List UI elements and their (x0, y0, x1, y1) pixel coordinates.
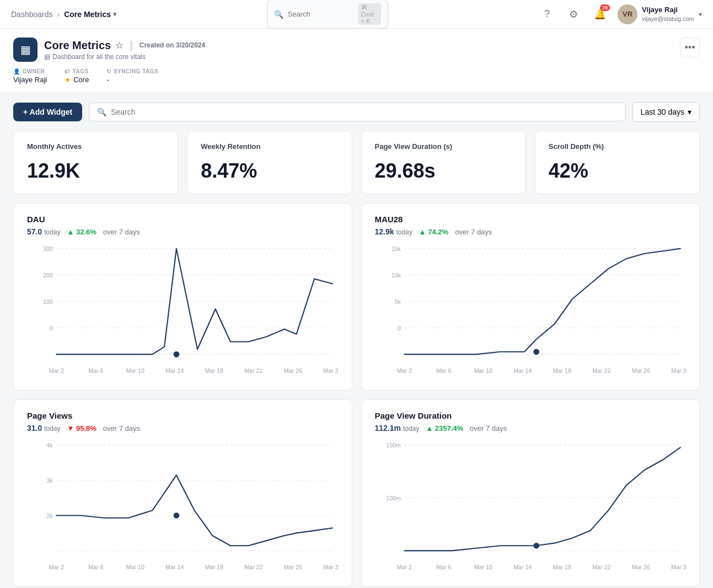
chart-trend: ▲ 2357.4% (426, 424, 463, 432)
chart-today-value: 57.0 today (27, 227, 61, 236)
chart-title: Page Views (27, 411, 339, 420)
metric-card-0: Monthly Actives 12.9K (13, 131, 178, 194)
chart-trend: ▲ 74.2% (419, 228, 448, 236)
chevron-down-icon: ▾ (688, 108, 691, 116)
chart-svg: 3002001000 Mar 2Mar 6Mar 10Mar 14Mar 18M… (27, 243, 339, 378)
widget-search-input[interactable] (111, 108, 617, 116)
svg-text:Mar 6: Mar 6 (436, 367, 451, 374)
svg-text:Mar 6: Mar 6 (88, 367, 103, 374)
chart-period: over 7 days (103, 228, 140, 236)
chart-card-mau28: MAU28 12.9k today ▲ 74.2% over 7 days 15… (361, 203, 700, 391)
breadcrumb-current: Core Metrics ▾ (64, 10, 116, 19)
nav-right: ? ⚙ 🔔 70 VR Vijaye Raji vijaye@statsig.c… (538, 4, 702, 24)
svg-text:Mar 26: Mar 26 (631, 564, 650, 570)
metric-value: 8.47% (201, 159, 338, 183)
charts-grid: DAU 57.0 today ▲ 32.6% over 7 days 30020… (0, 203, 713, 588)
chart-dot (174, 512, 180, 518)
chart-svg: 150m100m Mar 2Mar 6Mar 10Mar 14Mar 18Mar… (375, 439, 687, 574)
svg-text:Mar 26: Mar 26 (631, 367, 650, 374)
more-options-button[interactable]: ••• (680, 38, 700, 57)
dashboard-icon: ▦ (13, 38, 37, 62)
chart-title: MAU28 (375, 215, 687, 224)
meta-owner-value: Vijaye Raji (13, 76, 47, 84)
dashboard-header: ▦ Core Metrics ☆ | Created on 3/20/2024 … (0, 29, 713, 93)
nav-search-input[interactable] (288, 10, 354, 18)
chart-trend: ▼ 95.8% (67, 424, 97, 432)
description-icon: ▤ (44, 53, 50, 61)
search-icon: 🔍 (274, 10, 283, 19)
avatar: VR (618, 4, 637, 24)
nav-search-box[interactable]: 🔍 ⌘ Cmd + K (267, 0, 388, 29)
svg-text:Mar 2: Mar 2 (396, 367, 411, 374)
settings-button[interactable]: ⚙ (565, 6, 582, 23)
svg-text:Mar 10: Mar 10 (126, 564, 144, 570)
breadcrumb-dashboards[interactable]: Dashboards (11, 10, 53, 19)
svg-text:Mar 14: Mar 14 (513, 564, 532, 570)
svg-text:5k: 5k (394, 298, 401, 305)
chart-dot (533, 543, 539, 549)
svg-text:Mar 2: Mar 2 (49, 564, 64, 570)
svg-text:Mar 22: Mar 22 (592, 367, 610, 374)
metric-title: Scroll Depth (%) (549, 142, 686, 151)
user-menu[interactable]: VR Vijaye Raji vijaye@statsig.com ▾ (618, 4, 702, 24)
nav-left: Dashboards › Core Metrics ▾ (11, 10, 116, 19)
svg-text:Mar 2: Mar 2 (396, 564, 411, 570)
chart-period: over 7 days (103, 424, 140, 432)
chart-stats: 31.0 today ▼ 95.8% over 7 days (27, 424, 339, 432)
chart-svg-wrapper: 150m100m Mar 2Mar 6Mar 10Mar 14Mar 18Mar… (375, 439, 687, 576)
dashboard-title-row: ▦ Core Metrics ☆ | Created on 3/20/2024 … (13, 38, 205, 62)
top-nav: Dashboards › Core Metrics ▾ 🔍 ⌘ Cmd + K … (0, 0, 713, 29)
svg-text:Mar 14: Mar 14 (513, 367, 532, 374)
metric-value: 42% (549, 159, 686, 183)
metric-card-1: Weekly Retention 8.47% (187, 131, 352, 194)
svg-text:Mar 30: Mar 30 (671, 367, 686, 374)
svg-text:Mar 22: Mar 22 (244, 367, 262, 374)
svg-text:Mar 30: Mar 30 (671, 564, 686, 570)
svg-text:Mar 18: Mar 18 (553, 564, 571, 570)
svg-text:Mar 2: Mar 2 (49, 367, 64, 374)
chart-svg-wrapper: 15k10k5k0 Mar 2Mar 6Mar 10Mar 14Mar 18Ma… (375, 243, 687, 379)
chart-period: over 7 days (455, 228, 492, 236)
metric-card-3: Scroll Depth (%) 42% (535, 131, 700, 194)
meta-syncing-label: ↻ SYNCING TAGS (106, 68, 158, 74)
svg-text:Mar 10: Mar 10 (474, 367, 492, 374)
widget-search-box[interactable]: 🔍 (89, 103, 625, 121)
dashboard-header-top: ▦ Core Metrics ☆ | Created on 3/20/2024 … (13, 38, 700, 62)
notifications-button[interactable]: 🔔 70 (591, 6, 609, 23)
owner-icon: 👤 (13, 68, 20, 74)
svg-text:150m: 150m (386, 442, 401, 448)
metric-title: Page View Duration (s) (375, 142, 512, 151)
metric-title: Monthly Actives (27, 142, 164, 151)
svg-text:Mar 6: Mar 6 (436, 564, 451, 570)
svg-text:Mar 10: Mar 10 (474, 564, 492, 570)
chart-svg: 15k10k5k0 Mar 2Mar 6Mar 10Mar 14Mar 18Ma… (375, 243, 687, 378)
metric-value: 12.9K (27, 159, 164, 183)
chart-card-page-view-duration: Page View Duration 112.1m today ▲ 2357.4… (361, 399, 700, 587)
chevron-down-icon: ▾ (113, 10, 116, 18)
chart-title: DAU (27, 215, 339, 224)
search-icon: 🔍 (97, 108, 106, 116)
add-widget-button[interactable]: + Add Widget (13, 103, 82, 121)
help-button[interactable]: ? (538, 6, 556, 23)
dashboard-toolbar: + Add Widget 🔍 Last 30 days ▾ (0, 93, 713, 131)
svg-text:Mar 22: Mar 22 (244, 564, 262, 570)
chart-dot (533, 349, 539, 355)
svg-text:Mar 18: Mar 18 (205, 564, 223, 570)
svg-text:Mar 26: Mar 26 (284, 564, 302, 570)
chart-today-value: 31.0 today (27, 424, 61, 432)
svg-text:200: 200 (43, 272, 53, 279)
svg-text:15k: 15k (391, 245, 401, 252)
svg-text:100m: 100m (386, 495, 401, 501)
meta-owner-label: 👤 OWNER (13, 68, 47, 74)
user-name: Vijaye Raji (642, 6, 694, 15)
meta-tags-label: 🏷 TAGS (65, 68, 89, 74)
metrics-grid: Monthly Actives 12.9K Weekly Retention 8… (0, 131, 713, 203)
chart-today-value: 12.9k today (375, 227, 412, 236)
svg-text:Mar 22: Mar 22 (592, 564, 610, 570)
date-range-button[interactable]: Last 30 days ▾ (632, 102, 700, 122)
favorite-star-icon[interactable]: ☆ (115, 40, 123, 51)
chart-stats: 57.0 today ▲ 32.6% over 7 days (27, 227, 339, 236)
chart-svg-wrapper: 4k3k2k Mar 2Mar 6Mar 10Mar 14Mar 18Mar 2… (27, 439, 339, 576)
notification-badge: 70 (600, 4, 610, 11)
chart-title: Page View Duration (375, 411, 687, 420)
